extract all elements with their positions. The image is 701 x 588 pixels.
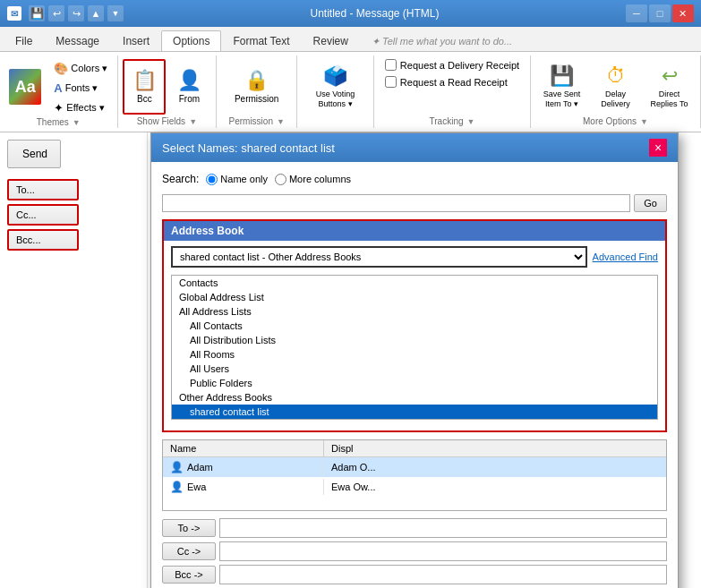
bcc-button[interactable]: 📋 Bcc (123, 59, 166, 115)
tracking-group: Request a Delivery Receipt Request a Rea… (374, 55, 531, 128)
adam-name-cell: 👤 Adam (163, 459, 324, 475)
to-recipient-input[interactable] (219, 518, 667, 538)
contact-row-adam[interactable]: 👤 Adam Adam O... (163, 457, 666, 477)
delay-delivery-button[interactable]: ⏱ DelayDelivery (591, 59, 641, 115)
tab-insert[interactable]: Insert (111, 30, 161, 51)
minimize-btn[interactable]: ─ (626, 4, 647, 22)
name-list-header: Name Displ (163, 440, 666, 457)
read-receipt-label: Request a Read Receipt (400, 77, 508, 88)
ewa-icon: 👤 (170, 481, 184, 493)
radio-more-columns[interactable]: More columns (275, 174, 351, 185)
dropdown-all-dist[interactable]: All Distribution Lists (172, 333, 657, 347)
recipient-rows: To -> Cc -> Bcc -> (162, 518, 667, 584)
redo-btn[interactable]: ↪ (68, 5, 84, 21)
radio-more-columns-input[interactable] (275, 174, 286, 185)
radio-name-only[interactable]: Name only (206, 174, 268, 185)
from-button[interactable]: 👤 From (167, 59, 210, 115)
permission-expander[interactable]: ▼ (277, 117, 285, 126)
radio-more-columns-label: More columns (289, 174, 351, 184)
advanced-find-link[interactable]: Advanced Find (593, 251, 658, 262)
up-arrow-btn[interactable]: ▲ (88, 5, 104, 21)
tracking-expander[interactable]: ▼ (467, 117, 475, 126)
search-label: Search: (162, 173, 199, 185)
dropdown-shared[interactable]: shared contact list (172, 405, 657, 419)
undo-btn[interactable]: ↩ (48, 5, 64, 21)
ewa-display-cell: Ewa Ow... (324, 480, 666, 494)
effects-icon: ✦ (54, 101, 64, 115)
effects-button[interactable]: ✦ Effects ▾ (49, 98, 112, 117)
contact-row-ewa[interactable]: 👤 Ewa Ewa Ow... (163, 477, 666, 497)
dropdown-all-rooms[interactable]: All Rooms (172, 347, 657, 362)
delay-icon: ⏱ (606, 64, 626, 88)
quick-save-btn[interactable]: 💾 (29, 5, 45, 21)
more-options-expander[interactable]: ▼ (640, 117, 648, 126)
dropdown-public[interactable]: Public Folders (172, 376, 657, 390)
dropdown-contacts[interactable]: Contacts (172, 276, 657, 290)
permission-label: Permission (235, 94, 278, 105)
restore-btn[interactable]: □ (649, 4, 671, 22)
themes-expander[interactable]: ▼ (73, 118, 81, 127)
bcc-row: Bcc -> (162, 565, 667, 584)
disp-col-header[interactable]: Displ (324, 440, 360, 456)
to-recipient-btn[interactable]: To -> (162, 519, 216, 537)
cc-recipient-btn[interactable]: Cc -> (162, 542, 216, 560)
dialog-title: Select Names: shared contact list (162, 141, 335, 155)
fonts-button[interactable]: A Fonts ▾ (49, 79, 112, 98)
tab-file[interactable]: File (4, 30, 44, 51)
radio-group: Name only More columns (206, 174, 351, 185)
send-button[interactable]: Send (7, 140, 61, 168)
voting-button[interactable]: 🗳️ Use VotingButtons ▾ (303, 59, 368, 115)
radio-name-only-input[interactable] (206, 174, 218, 185)
voting-group: 🗳️ Use VotingButtons ▾ (297, 55, 374, 128)
dropdown-other[interactable]: Other Address Books (172, 390, 657, 405)
close-btn[interactable]: ✕ (672, 4, 694, 22)
more-options-group: 💾 Save SentItem To ▾ ⏱ DelayDelivery ↩ D… (531, 55, 701, 128)
dropdown-global[interactable]: Global Address List (172, 290, 657, 304)
bcc-recipient-input[interactable] (219, 565, 667, 584)
title-bar: ✉ 💾 ↩ ↪ ▲ ▼ Untitled - Message (HTML) ─ … (0, 0, 701, 27)
to-button[interactable]: To... (7, 179, 79, 200)
permission-button[interactable]: 🔒 Permission (228, 59, 285, 115)
cc-row: Cc -> (162, 541, 667, 561)
bcc-button-left[interactable]: Bcc... (7, 229, 79, 251)
direct-label: DirectReplies To (651, 89, 688, 109)
address-book-select[interactable]: shared contact list - Other Address Book… (171, 246, 587, 268)
quick-access-dropdown[interactable]: ▼ (107, 5, 124, 21)
delivery-receipt-input[interactable] (385, 59, 397, 71)
direct-icon: ↩ (662, 64, 678, 88)
delivery-receipt-checkbox[interactable]: Request a Delivery Receipt (385, 59, 519, 71)
bcc-recipient-btn[interactable]: Bcc -> (162, 566, 216, 584)
dialog-close-button[interactable]: × (649, 139, 667, 157)
name-col-header[interactable]: Name (163, 440, 324, 456)
dropdown-all-contacts[interactable]: All Contacts (172, 319, 657, 333)
dropdown-all-users[interactable]: All Users (172, 362, 657, 376)
name-list-container: Name Displ 👤 Adam Adam O... 👤 Ewa Ewa Ow (162, 439, 667, 511)
permission-icon: 🔒 (244, 69, 269, 92)
permission-group-label: Permission (228, 116, 272, 126)
tab-review[interactable]: Review (302, 30, 360, 51)
colors-icon: 🎨 (54, 62, 68, 75)
tab-message[interactable]: Message (44, 30, 111, 51)
tab-format-text[interactable]: Format Text (221, 30, 301, 51)
effects-label: Effects ▾ (66, 102, 104, 114)
save-sent-button[interactable]: 💾 Save SentItem To ▾ (537, 59, 587, 115)
adam-name: Adam (187, 462, 213, 473)
direct-replies-button[interactable]: ↩ DirectReplies To (645, 59, 695, 115)
search-input-row: Go (162, 194, 667, 212)
search-text-input[interactable] (162, 194, 630, 212)
dropdown-all-address[interactable]: All Address Lists (172, 304, 657, 319)
cc-recipient-input[interactable] (219, 541, 667, 561)
tab-tell-me[interactable]: ✦ Tell me what you want to do... (360, 31, 524, 51)
themes-button[interactable]: Aa (4, 59, 46, 115)
read-receipt-input[interactable] (385, 76, 397, 88)
from-label: From (179, 94, 200, 105)
go-button[interactable]: Go (634, 194, 667, 212)
themes-group: Aa 🎨 Colors ▾ A Fonts ▾ ✦ Effects ▾ (0, 55, 118, 128)
to-row: To -> (162, 518, 667, 538)
show-fields-expander[interactable]: ▼ (189, 117, 197, 126)
adam-display-cell: Adam O... (324, 460, 666, 474)
cc-button[interactable]: Cc... (7, 204, 79, 226)
colors-button[interactable]: 🎨 Colors ▾ (49, 59, 112, 78)
tab-options[interactable]: Options (161, 30, 221, 51)
read-receipt-checkbox[interactable]: Request a Read Receipt (385, 76, 508, 88)
